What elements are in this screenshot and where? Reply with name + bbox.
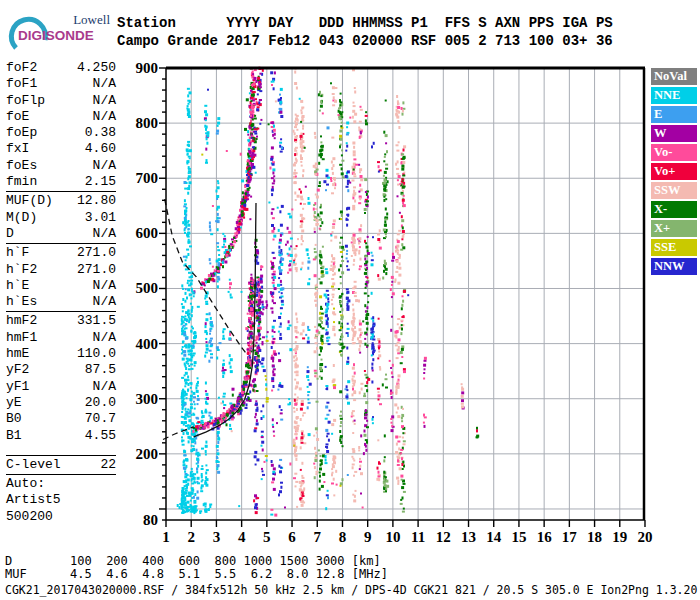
param-row-ye: yE20.0 <box>6 395 116 411</box>
param-value: 2.15 <box>85 174 116 190</box>
x-tick-label: 8 <box>339 529 347 545</box>
param-value: 0.38 <box>85 125 116 141</box>
param-label: h`F2 <box>6 262 37 278</box>
x-tick-label: 4 <box>238 529 246 545</box>
x-tick-label: 1 <box>162 529 170 545</box>
legend-item-vo: Vo- <box>651 144 697 161</box>
param-row-foes: foEsN/A <box>6 158 116 174</box>
param-row-fof1: foF1N/A <box>6 76 116 92</box>
param-row-hes: h`EsN/A <box>6 294 116 310</box>
param-label: hmF2 <box>6 313 37 329</box>
y-tick-label: 400 <box>136 336 159 352</box>
param-label: foF2 <box>6 60 37 76</box>
param-value: N/A <box>93 109 116 125</box>
legend-item-sse: SSE <box>651 239 697 256</box>
x-tick-label: 15 <box>511 529 526 545</box>
param-row-hmf1: hmF1N/A <box>6 330 116 346</box>
x-tick-label: 2 <box>187 529 195 545</box>
separator-line <box>6 311 116 312</box>
legend-item-noval: NoVal <box>651 68 697 85</box>
param-value: N/A <box>93 294 116 310</box>
ionogram-canvas: 9008007006005004003002008012345678910111… <box>125 60 657 560</box>
legend-item-w: W <box>651 125 697 142</box>
x-tick-label: 6 <box>288 529 296 545</box>
x-tick-label: 7 <box>314 529 322 545</box>
param-label: B0 <box>6 411 22 427</box>
y-tick-label: 80 <box>143 512 158 528</box>
separator-line <box>6 191 116 192</box>
param-label: yF1 <box>6 379 29 395</box>
param-value: 87.5 <box>85 362 116 378</box>
y-tick-label: 200 <box>136 446 159 462</box>
muf-row: MUF 4.5 4.6 4.8 5.1 5.5 6.2 8.0 12.8 [MH… <box>5 568 388 581</box>
param-value: 331.5 <box>77 313 116 329</box>
param-value: 22 <box>100 457 116 473</box>
param-row-d: DN/A <box>6 226 116 242</box>
x-tick-label: 14 <box>486 529 502 545</box>
param-value: 70.7 <box>85 411 116 427</box>
param-value: N/A <box>93 278 116 294</box>
param-row-hf: h`F271.0 <box>6 245 116 261</box>
y-tick-label: 500 <box>136 280 159 296</box>
param-label: hmE <box>6 346 29 362</box>
param-label: h`E <box>6 278 29 294</box>
param-value: 4.60 <box>85 141 116 157</box>
x-tick-label: 10 <box>385 529 400 545</box>
legend-item-vo: Vo+ <box>651 163 697 180</box>
param-row-yf2: yF287.5 <box>6 362 116 378</box>
param-label: foE <box>6 109 29 125</box>
ionogram-plot: 9008007006005004003002008012345678910111… <box>125 60 657 560</box>
param-row-hme: hmE110.0 <box>6 346 116 362</box>
param-row-he: h`EN/A <box>6 278 116 294</box>
param-value: 4.55 <box>85 428 116 444</box>
legend-item-x: X- <box>651 201 697 218</box>
x-tick-label: 12 <box>436 529 451 545</box>
param-row-b1: B14.55 <box>6 428 116 444</box>
legend-item-ssw: SSW <box>651 182 697 199</box>
param-row-foe: foEN/A <box>6 109 116 125</box>
separator-line <box>6 474 116 475</box>
y-tick-label: 300 <box>136 391 159 407</box>
param-value: N/A <box>93 76 116 92</box>
param-row-fof2: foF24.250 <box>6 60 116 76</box>
param-label: C-level <box>6 457 61 473</box>
param-label: foFlp <box>6 93 45 109</box>
legend-item-nne: NNE <box>651 87 697 104</box>
param-row-foflp: foFlpN/A <box>6 93 116 109</box>
param-value: N/A <box>93 379 116 395</box>
param-row-fxi: fxI4.60 <box>6 141 116 157</box>
y-tick-label: 800 <box>136 115 159 131</box>
scaled-parameters-panel: foF24.250foF1N/AfoFlpN/AfoEN/AfoEp0.38fx… <box>6 60 116 525</box>
param-label: yF2 <box>6 362 29 378</box>
param-label: yE <box>6 395 22 411</box>
ionogram-page: Lowell DIGISONDE Station YYYY DAY DDD HH… <box>0 0 700 600</box>
param-row-hmf2: hmF2331.5 <box>6 313 116 329</box>
auto-scaling-line: Artist5 <box>6 492 116 508</box>
header-field-names: Station YYYY DAY DDD HHMMSS P1 FFS S AXN… <box>117 14 613 32</box>
legend-item-nnw: NNW <box>651 258 697 275</box>
param-label: B1 <box>6 428 22 444</box>
param-label: foEp <box>6 125 37 141</box>
x-tick-label: 13 <box>461 529 476 545</box>
auto-scaling-line: Auto: <box>6 476 116 492</box>
param-value: 20.0 <box>85 395 116 411</box>
param-value: N/A <box>93 330 116 346</box>
param-value: N/A <box>93 226 116 242</box>
param-row-fmin: fmin2.15 <box>6 174 116 190</box>
x-tick-label: 20 <box>637 529 652 545</box>
legend-item-x: X+ <box>651 220 697 237</box>
y-tick-label: 600 <box>136 225 159 241</box>
param-value: 3.01 <box>85 210 116 226</box>
param-label: h`Es <box>6 294 37 310</box>
param-label: M(D) <box>6 210 37 226</box>
x-tick-label: 18 <box>587 529 602 545</box>
param-value: 12.80 <box>77 193 116 209</box>
file-info-line: CGK21_2017043020000.RSF / 384fx512h 50 k… <box>5 583 697 597</box>
param-label: D <box>6 226 14 242</box>
separator-line <box>6 243 116 244</box>
param-label: hmF1 <box>6 330 37 346</box>
param-label: fmin <box>6 174 37 190</box>
param-value: 271.0 <box>77 262 116 278</box>
separator-line <box>6 455 116 456</box>
param-row-yf1: yF1N/A <box>6 379 116 395</box>
